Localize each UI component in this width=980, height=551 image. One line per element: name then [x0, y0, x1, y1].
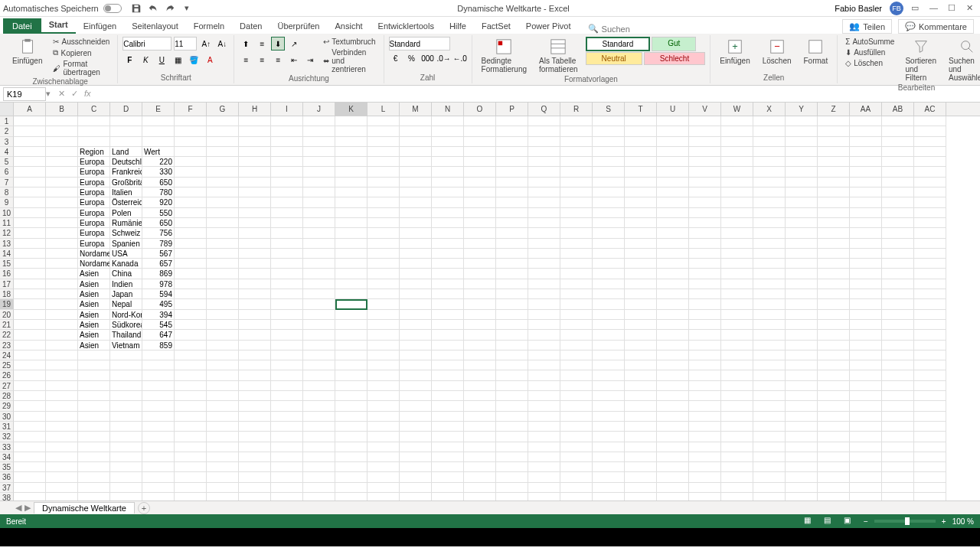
cell-L10[interactable]	[368, 208, 400, 218]
cell-J31[interactable]	[303, 422, 335, 432]
cell-AC27[interactable]	[914, 381, 946, 391]
cell-T30[interactable]	[625, 412, 657, 422]
cell-X8[interactable]	[753, 187, 786, 197]
cell-P15[interactable]	[496, 259, 528, 269]
cell-N7[interactable]	[432, 178, 464, 187]
cell-O28[interactable]	[464, 391, 496, 401]
cell-V27[interactable]	[689, 381, 721, 391]
cell-Q15[interactable]	[528, 259, 560, 269]
column-header-P[interactable]: P	[496, 103, 528, 116]
cell-K23[interactable]	[335, 341, 368, 350]
column-header-X[interactable]: X	[753, 103, 786, 116]
cell-Z13[interactable]	[818, 239, 850, 249]
cell-S29[interactable]	[593, 401, 625, 411]
cell-P10[interactable]	[496, 208, 528, 218]
align-right-icon[interactable]: ≡	[271, 53, 285, 67]
cell-A25[interactable]	[14, 360, 46, 370]
cell-U19[interactable]	[657, 299, 689, 309]
cell-A15[interactable]	[14, 259, 46, 269]
cell-I11[interactable]	[271, 218, 303, 228]
cell-D37[interactable]	[110, 483, 142, 493]
cell-AA31[interactable]	[850, 422, 882, 432]
cell-R4[interactable]	[560, 147, 593, 157]
cell-M38[interactable]	[400, 493, 432, 500]
cell-M20[interactable]	[400, 310, 432, 320]
cell-N30[interactable]	[432, 412, 464, 422]
cell-N2[interactable]	[432, 126, 464, 136]
name-box[interactable]	[3, 87, 46, 101]
cell-H5[interactable]	[239, 157, 271, 167]
cell-AB37[interactable]	[882, 483, 914, 493]
cell-X32[interactable]	[753, 432, 786, 442]
cell-AB15[interactable]	[882, 259, 914, 269]
cell-V15[interactable]	[689, 259, 721, 269]
tab-file[interactable]: Datei	[3, 18, 41, 34]
cell-J5[interactable]	[303, 157, 335, 167]
cell-AA17[interactable]	[850, 279, 882, 289]
cell-I21[interactable]	[271, 320, 303, 330]
cell-Q31[interactable]	[528, 422, 560, 432]
add-sheet-button[interactable]: +	[138, 502, 150, 514]
cell-M32[interactable]	[400, 432, 432, 442]
cell-U35[interactable]	[657, 462, 689, 472]
cell-S25[interactable]	[593, 360, 625, 370]
cell-C13[interactable]: Europa	[78, 239, 110, 249]
column-header-N[interactable]: N	[432, 103, 464, 116]
undo-icon[interactable]	[148, 3, 158, 14]
cell-AC28[interactable]	[914, 391, 946, 401]
cell-H16[interactable]	[239, 269, 271, 279]
cell-E30[interactable]	[142, 412, 175, 422]
cell-AC31[interactable]	[914, 422, 946, 432]
cell-G12[interactable]	[207, 228, 239, 238]
cell-P17[interactable]	[496, 279, 528, 289]
cell-K15[interactable]	[335, 259, 368, 269]
cell-G32[interactable]	[207, 432, 239, 442]
cell-AC10[interactable]	[914, 208, 946, 218]
cell-V20[interactable]	[689, 310, 721, 320]
cell-D19[interactable]: Nepal	[110, 299, 142, 309]
autosum-button[interactable]: ΣAutoSumme	[842, 37, 897, 47]
cell-D9[interactable]: Österreic	[110, 197, 142, 207]
cell-D1[interactable]	[110, 116, 142, 126]
cell-X33[interactable]	[753, 442, 786, 452]
cell-Z4[interactable]	[818, 147, 850, 157]
cell-M16[interactable]	[400, 269, 432, 279]
cell-AB24[interactable]	[882, 350, 914, 360]
cell-S22[interactable]	[593, 330, 625, 340]
cell-Q10[interactable]	[528, 208, 560, 218]
cell-M5[interactable]	[400, 157, 432, 167]
cell-K17[interactable]	[335, 279, 368, 289]
orientation-icon[interactable]: ↗	[287, 37, 301, 51]
cell-F20[interactable]	[175, 310, 207, 320]
cell-T13[interactable]	[625, 239, 657, 249]
cell-U18[interactable]	[657, 289, 689, 299]
cell-M1[interactable]	[400, 116, 432, 126]
cell-K35[interactable]	[335, 462, 368, 472]
cell-N35[interactable]	[432, 462, 464, 472]
cell-AB12[interactable]	[882, 228, 914, 238]
cell-K37[interactable]	[335, 483, 368, 493]
cell-M27[interactable]	[400, 381, 432, 391]
cell-E27[interactable]	[142, 381, 175, 391]
cell-M4[interactable]	[400, 147, 432, 157]
cell-W13[interactable]	[721, 239, 753, 249]
cell-D21[interactable]: Südkorea	[110, 320, 142, 330]
cell-S37[interactable]	[593, 483, 625, 493]
cell-Y17[interactable]	[786, 279, 818, 289]
cell-F6[interactable]	[175, 167, 207, 177]
cell-X11[interactable]	[753, 218, 786, 228]
cell-P31[interactable]	[496, 422, 528, 432]
cell-F26[interactable]	[175, 370, 207, 380]
cell-S28[interactable]	[593, 391, 625, 401]
cell-I17[interactable]	[271, 279, 303, 289]
cell-I36[interactable]	[271, 472, 303, 482]
cell-D36[interactable]	[110, 472, 142, 482]
cell-R37[interactable]	[560, 483, 593, 493]
cell-V2[interactable]	[689, 126, 721, 136]
cell-H38[interactable]	[239, 493, 271, 500]
cell-V36[interactable]	[689, 472, 721, 482]
cell-O7[interactable]	[464, 178, 496, 187]
row-header-8[interactable]: 8	[0, 187, 14, 197]
cell-F18[interactable]	[175, 289, 207, 299]
normal-view-icon[interactable]: ▦	[804, 516, 818, 527]
